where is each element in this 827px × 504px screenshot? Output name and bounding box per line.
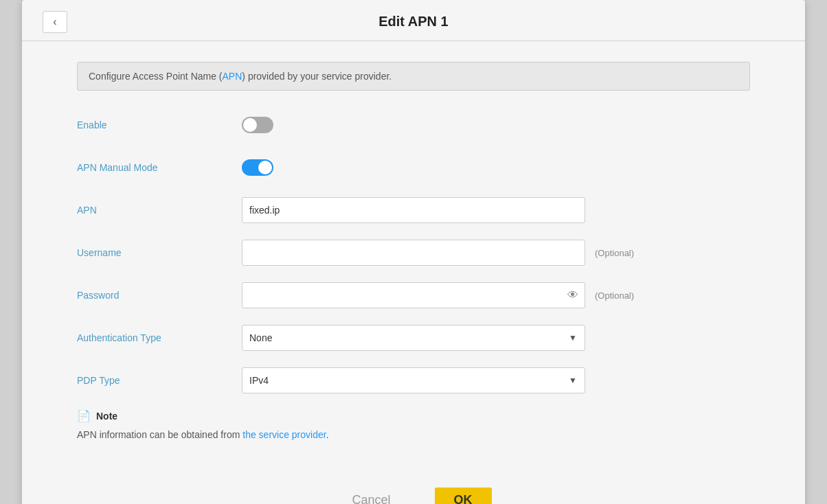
back-button[interactable]: ‹	[43, 11, 67, 33]
note-text: APN information can be obtained from the…	[77, 428, 750, 442]
password-input-wrapper: 👁	[242, 282, 585, 308]
note-icon: 📄	[77, 409, 91, 422]
apn-row: APN	[77, 196, 750, 224]
auth-type-select[interactable]: None PAP CHAP PAP/CHAP	[242, 325, 585, 351]
note-text-before: APN information can be obtained from	[77, 429, 242, 440]
username-row: Username (Optional)	[77, 239, 750, 266]
auth-type-select-wrapper: None PAP CHAP PAP/CHAP ▼	[242, 325, 585, 351]
apn-label: APN	[77, 205, 242, 216]
auth-type-control: None PAP CHAP PAP/CHAP ▼	[242, 325, 750, 351]
auth-type-row: Authentication Type None PAP CHAP PAP/CH…	[77, 324, 750, 352]
back-icon: ‹	[53, 16, 56, 28]
auth-type-label: Authentication Type	[77, 332, 242, 343]
password-visibility-icon[interactable]: 👁	[567, 289, 578, 301]
username-optional: (Optional)	[595, 248, 634, 258]
modal-body: Configure Access Point Name (APN) provid…	[22, 41, 805, 477]
password-label: Password	[77, 290, 242, 301]
enable-toggle[interactable]	[242, 117, 273, 133]
pdp-type-row: PDP Type IPv4 IPv6 IPv4v6 ▼	[77, 367, 750, 394]
info-banner: Configure Access Point Name (APN) provid…	[77, 62, 750, 91]
password-row: Password 👁 (Optional)	[77, 282, 750, 309]
apn-input[interactable]	[242, 197, 585, 223]
modal-header: ‹ Edit APN 1	[22, 0, 805, 41]
pdp-type-control: IPv4 IPv6 IPv4v6 ▼	[242, 367, 750, 393]
apn-manual-mode-toggle-knob	[258, 161, 272, 174]
note-header: 📄 Note	[77, 409, 750, 422]
ok-button[interactable]: OK	[435, 488, 492, 504]
password-optional: (Optional)	[595, 290, 634, 301]
password-input[interactable]	[242, 282, 585, 308]
apn-link-text: APN	[223, 71, 242, 82]
pdp-type-select[interactable]: IPv4 IPv6 IPv4v6	[242, 367, 585, 393]
note-section: 📄 Note APN information can be obtained f…	[77, 409, 750, 442]
cancel-button[interactable]: Cancel	[335, 488, 407, 504]
enable-label: Enable	[77, 119, 242, 130]
username-control: (Optional)	[242, 240, 750, 266]
modal-footer: Cancel OK	[22, 477, 805, 504]
modal-title: Edit APN 1	[43, 14, 784, 30]
enable-toggle-knob	[243, 118, 257, 132]
username-input[interactable]	[242, 240, 585, 266]
apn-manual-mode-row: APN Manual Mode	[77, 154, 750, 181]
info-text-after: ) provided by your service provider.	[242, 71, 392, 82]
pdp-type-label: PDP Type	[77, 375, 242, 386]
note-title: Note	[96, 411, 117, 422]
apn-manual-mode-toggle[interactable]	[242, 159, 273, 176]
password-control: 👁 (Optional)	[242, 282, 750, 308]
enable-row: Enable	[77, 111, 750, 139]
enable-control	[242, 117, 750, 133]
apn-manual-mode-label: APN Manual Mode	[77, 162, 242, 173]
pdp-type-select-wrapper: IPv4 IPv6 IPv4v6 ▼	[242, 367, 585, 393]
apn-manual-mode-control	[242, 159, 750, 176]
username-label: Username	[77, 247, 242, 258]
note-highlight: the service provider	[242, 429, 326, 440]
info-text-before: Configure Access Point Name (	[89, 71, 223, 82]
apn-control	[242, 197, 750, 223]
note-text-after: .	[326, 429, 329, 440]
edit-apn-modal: ‹ Edit APN 1 Configure Access Point Name…	[22, 0, 805, 504]
